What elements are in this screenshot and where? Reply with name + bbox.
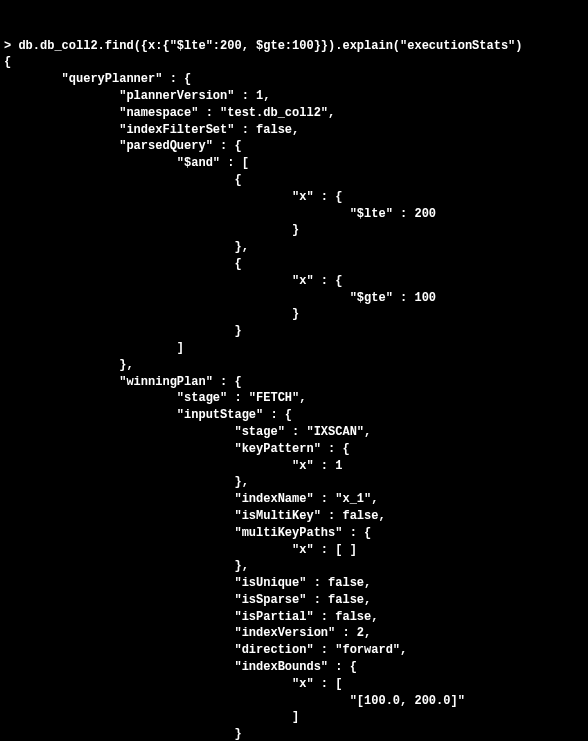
and-open: "$and" : [ xyxy=(177,156,249,170)
multiKeyPaths-x: "x" : [ ] xyxy=(292,543,357,557)
and-close: ] xyxy=(177,341,184,355)
namespace: "namespace" : "test.db_coll2", xyxy=(119,106,335,120)
command-text: db.db_coll2.find({x:{"$lte":200, $gte:10… xyxy=(18,39,522,53)
isMultiKey: "isMultiKey" : false, xyxy=(234,509,385,523)
isSparse: "isSparse" : false, xyxy=(234,593,371,607)
and-item0-lte: "$lte" : 200 xyxy=(350,207,436,221)
isUnique: "isUnique" : false, xyxy=(234,576,371,590)
indexBounds-x-close: ] xyxy=(292,710,299,724)
is-stage: "stage" : "IXSCAN", xyxy=(234,425,371,439)
and-item0-close: }, xyxy=(234,240,248,254)
keyPattern-x: "x" : 1 xyxy=(292,459,342,473)
indexBounds-value: "[100.0, 200.0]" xyxy=(350,694,465,708)
and-item1-gte: "$gte" : 100 xyxy=(350,291,436,305)
multiKeyPaths-open: "multiKeyPaths" : { xyxy=(234,526,371,540)
indexName: "indexName" : "x_1", xyxy=(234,492,378,506)
isPartial: "isPartial" : false, xyxy=(234,610,378,624)
parsedQuery-open: "parsedQuery" : { xyxy=(119,139,241,153)
plannerVersion: "plannerVersion" : 1, xyxy=(119,89,270,103)
and-item0-open: { xyxy=(234,173,241,187)
indexVersion: "indexVersion" : 2, xyxy=(234,626,371,640)
keyPattern-open: "keyPattern" : { xyxy=(234,442,349,456)
and-item0-x-open: "x" : { xyxy=(292,190,342,204)
json-open: { xyxy=(4,55,11,69)
indexBounds-open: "indexBounds" : { xyxy=(234,660,356,674)
and-item0-x-close: } xyxy=(292,223,299,237)
indexBounds-close: } xyxy=(234,727,241,741)
multiKeyPaths-close: }, xyxy=(234,559,248,573)
and-item1-x-open: "x" : { xyxy=(292,274,342,288)
winningPlan-open: "winningPlan" : { xyxy=(119,375,241,389)
parsedQuery-close: }, xyxy=(119,358,133,372)
direction: "direction" : "forward", xyxy=(234,643,407,657)
inputStage-open: "inputStage" : { xyxy=(177,408,292,422)
and-item1-close: } xyxy=(234,324,241,338)
keyPattern-close: }, xyxy=(234,475,248,489)
and-item1-x-close: } xyxy=(292,307,299,321)
queryPlanner-key: "queryPlanner" : { xyxy=(62,72,192,86)
shell-prompt: > xyxy=(4,39,11,53)
wp-stage: "stage" : "FETCH", xyxy=(177,391,307,405)
indexBounds-x-open: "x" : [ xyxy=(292,677,342,691)
indexFilterSet: "indexFilterSet" : false, xyxy=(119,123,299,137)
and-item1-open: { xyxy=(234,257,241,271)
